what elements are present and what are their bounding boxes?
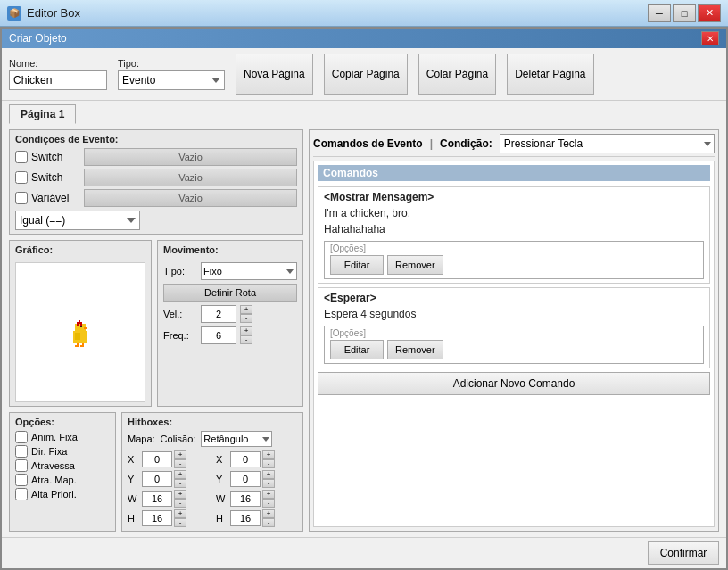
x-right-down[interactable]: - [262, 459, 275, 468]
anim-fixa-label: Anim. Fixa [31, 432, 78, 442]
options-hitboxes: Opções: Anim. Fixa Dir. Fixa Atravessa [9, 412, 303, 532]
h-left-up[interactable]: + [174, 509, 186, 518]
colar-pagina-button[interactable]: Colar Página [418, 54, 496, 95]
w-right-input[interactable] [230, 491, 261, 507]
vel-down-button[interactable]: - [240, 314, 252, 323]
hitbox-h-left: H + - [128, 509, 209, 527]
w-right-down[interactable]: - [262, 499, 275, 508]
condition-select[interactable]: Pressionar Tecla Automático Ao Tocar [500, 134, 715, 153]
h-right-input[interactable] [230, 510, 261, 526]
command1-remove-button[interactable]: Remover [387, 255, 443, 275]
h-right-label: H [216, 513, 228, 524]
h-left-down[interactable]: - [174, 518, 186, 527]
movimento-tipo-row: Tipo: Fixo Aleatório Personalizado [163, 262, 297, 280]
dir-fixa-checkbox[interactable] [15, 445, 28, 458]
sub-title-text: Criar Objeto [9, 32, 67, 45]
hitbox-w-left: W + - [128, 490, 209, 508]
switch2-vazio-button[interactable]: Vazio [84, 169, 297, 186]
add-command-button[interactable]: Adicionar Novo Comando [318, 372, 710, 395]
grafico-preview[interactable] [15, 262, 145, 402]
tipo-group: Tipo: Evento Normal NPC [118, 58, 225, 90]
x-left-up[interactable]: + [174, 450, 186, 459]
x-left-down[interactable]: - [174, 459, 186, 468]
condition-row-2: Switch Vazio [15, 169, 297, 186]
x-left-input[interactable] [142, 451, 172, 467]
w-right-up[interactable]: + [262, 490, 275, 499]
switch1-vazio-button[interactable]: Vazio [84, 148, 297, 166]
sub-close-button[interactable]: ✕ [701, 31, 719, 45]
x-right-input[interactable] [230, 451, 261, 467]
right-panel: Comandos de Evento | Condição: Pressiona… [309, 129, 719, 532]
opcoes-title: Opções: [15, 417, 110, 427]
hitbox-h-right: H + - [216, 509, 297, 527]
w-right-label: W [216, 493, 228, 504]
y-left-down[interactable]: - [174, 479, 186, 488]
command1-options-title: [Opções] [330, 244, 698, 253]
hitbox-header: Mapa: Colisão: Retângulo Círculo [128, 431, 297, 447]
copiar-pagina-button[interactable]: Copiar Página [324, 54, 408, 95]
y-left-input[interactable] [142, 471, 172, 487]
condition-text-label: Condição: [440, 137, 492, 150]
atra-map-checkbox[interactable] [15, 474, 28, 486]
equal-select[interactable]: Igual (==) Diferente (!=) Maior (>) Meno… [15, 211, 140, 230]
atravessa-checkbox[interactable] [15, 459, 28, 472]
nova-pagina-button[interactable]: Nova Página [236, 54, 313, 95]
y-right-down[interactable]: - [262, 479, 275, 488]
w-left-up[interactable]: + [174, 490, 186, 499]
variavel-vazio-button[interactable]: Vazio [84, 189, 297, 207]
definir-rota-button[interactable]: Definir Rota [163, 284, 297, 302]
command1-edit-button[interactable]: Editar [330, 255, 384, 275]
freq-row: Freq.: + - [163, 326, 297, 344]
y-left-up[interactable]: + [174, 470, 186, 479]
nome-input[interactable] [9, 70, 107, 90]
commands-area: Comandos <Mostrar Mensagem> I'm a chicke… [313, 161, 715, 527]
opcoes-box: Opções: Anim. Fixa Dir. Fixa Atravessa [9, 412, 116, 532]
minimize-button[interactable]: ─ [648, 4, 671, 22]
w-left-input[interactable] [142, 491, 172, 507]
vel-up-button[interactable]: + [240, 305, 252, 314]
y-right-up[interactable]: + [262, 470, 275, 479]
nome-group: Nome: [9, 58, 107, 90]
switch1-checkbox[interactable] [15, 151, 28, 163]
tipo-select[interactable]: Evento Normal NPC [118, 70, 225, 90]
h-left-spin: + - [174, 509, 186, 527]
variavel-checkbox[interactable] [15, 192, 28, 204]
svg-rect-7 [75, 333, 80, 340]
grafico-box: Gráfico: [9, 240, 152, 407]
chicken-sprite [66, 318, 95, 347]
close-button[interactable]: ✕ [698, 4, 721, 22]
freq-input[interactable] [201, 326, 236, 344]
command2-options-btns: Editar Remover [330, 340, 698, 359]
y-left-spin: + - [174, 470, 186, 488]
movimento-tipo-select[interactable]: Fixo Aleatório Personalizado [201, 262, 297, 280]
hitboxes-box: Hitboxes: Mapa: Colisão: Retângulo Círcu… [121, 412, 303, 532]
anim-fixa-checkbox[interactable] [15, 431, 28, 443]
command1-options: [Opções] Editar Remover [324, 241, 704, 279]
h-right-down[interactable]: - [262, 518, 275, 527]
movimento-box: Movimento: Tipo: Fixo Aleatório Personal… [157, 240, 303, 407]
w-left-down[interactable]: - [174, 499, 186, 508]
tipo-label: Tipo: [118, 58, 225, 69]
vel-input[interactable] [201, 305, 236, 323]
colisao-select[interactable]: Retângulo Círculo [201, 431, 272, 447]
x-right-up[interactable]: + [262, 450, 275, 459]
freq-up-button[interactable]: + [240, 326, 252, 335]
event-commands-title: Comandos de Evento [313, 137, 423, 150]
hitbox-grid: X + - X + - [128, 450, 297, 527]
y-right-input[interactable] [230, 471, 261, 487]
variavel-label: Variável [31, 192, 80, 204]
h-right-up[interactable]: + [262, 509, 275, 518]
alta-priori-checkbox[interactable] [15, 488, 28, 500]
tab-pagina1[interactable]: Página 1 [9, 104, 76, 124]
confirmar-button[interactable]: Confirmar [648, 541, 719, 565]
maximize-button[interactable]: □ [673, 4, 696, 22]
command2-remove-button[interactable]: Remover [387, 340, 443, 359]
h-left-label: H [128, 513, 140, 524]
command2-edit-button[interactable]: Editar [330, 340, 384, 359]
switch2-checkbox[interactable] [15, 171, 28, 184]
deletar-pagina-button[interactable]: Deletar Página [507, 54, 593, 95]
vel-spin-btns: + - [240, 305, 252, 323]
conditions-box: Condições de Evento: Switch Vazio Switch… [9, 129, 303, 235]
h-left-input[interactable] [142, 510, 172, 526]
freq-down-button[interactable]: - [240, 335, 252, 344]
